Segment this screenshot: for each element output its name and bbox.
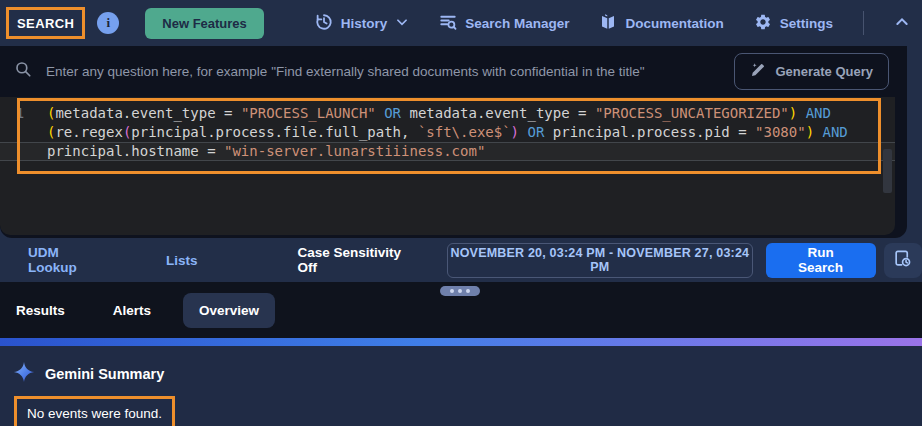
gemini-summary-header: Gemini Summary [13, 361, 922, 387]
panel-drag-handle[interactable] [440, 286, 480, 296]
info-icon[interactable]: i [97, 12, 119, 34]
collapse-button[interactable] [894, 14, 910, 33]
query-panel: Generate Query 1 (metadata.event_type = … [0, 46, 907, 238]
case-sensitivity-toggle[interactable]: Case Sensitivity Off [297, 245, 419, 275]
search-manager-label: Search Manager [465, 16, 569, 31]
query-editor-code: (metadata.event_type = "PROCESS_LAUNCH" … [47, 104, 848, 161]
query-editor[interactable]: 1 (metadata.event_type = "PROCESS_LAUNCH… [0, 97, 895, 235]
date-range-button[interactable]: NOVEMBER 20, 03:24 PM - NOVEMBER 27, 03:… [447, 243, 752, 278]
annotation-box-summary: No events were found. [14, 396, 175, 426]
natural-language-search-row: Generate Query [0, 46, 907, 96]
settings-link[interactable]: Settings [754, 13, 833, 34]
annotation-box-search-title: SEARCH [6, 7, 85, 39]
page-title: SEARCH [17, 16, 74, 31]
magic-wand-icon [750, 62, 766, 81]
gemini-summary-text: No events were found. [27, 406, 162, 421]
tab-overview[interactable]: Overview [183, 293, 275, 328]
settings-label: Settings [780, 16, 833, 31]
nl-search-input[interactable] [46, 64, 734, 79]
gemini-sparkle-icon [13, 361, 35, 387]
gemini-summary-title: Gemini Summary [45, 366, 164, 382]
book-icon [599, 13, 617, 34]
chevron-down-icon [395, 15, 409, 32]
topbar: SEARCH i New Features History Search Man… [0, 0, 922, 46]
tabs: Results Alerts Overview [0, 293, 275, 328]
tab-results[interactable]: Results [0, 293, 81, 328]
documentation-link[interactable]: Documentation [599, 13, 723, 34]
gear-icon [754, 13, 772, 34]
chevron-up-icon [894, 14, 910, 33]
tab-alerts[interactable]: Alerts [97, 293, 167, 328]
udm-lookup-link[interactable]: UDM Lookup [28, 245, 108, 275]
search-icon [14, 60, 32, 82]
search-controls-bar: UDM Lookup Lists Case Sensitivity Off NO… [0, 238, 922, 282]
gradient-divider [0, 338, 922, 346]
scheduled-search-button[interactable] [884, 243, 922, 278]
generate-query-label: Generate Query [775, 64, 873, 79]
documentation-label: Documentation [625, 16, 723, 31]
editor-scrollbar[interactable] [883, 149, 892, 193]
gemini-summary-section: Gemini Summary No events were found. [0, 346, 922, 426]
list-search-icon [439, 13, 457, 34]
history-menu[interactable]: History [315, 13, 410, 34]
scheduled-search-icon [893, 249, 912, 271]
topbar-divider [863, 11, 864, 35]
top-navigation: History Search Manager Documentation [315, 11, 910, 35]
search-manager-link[interactable]: Search Manager [439, 13, 569, 34]
editor-line-number: 1 [0, 104, 40, 123]
results-tabs-bar: Results Alerts Overview [0, 282, 922, 338]
history-clock-icon [315, 13, 333, 34]
new-features-button[interactable]: New Features [145, 8, 264, 39]
lists-link[interactable]: Lists [166, 253, 198, 268]
generate-query-button[interactable]: Generate Query [734, 53, 889, 90]
history-label: History [341, 16, 388, 31]
run-search-button[interactable]: Run Search [766, 243, 876, 278]
